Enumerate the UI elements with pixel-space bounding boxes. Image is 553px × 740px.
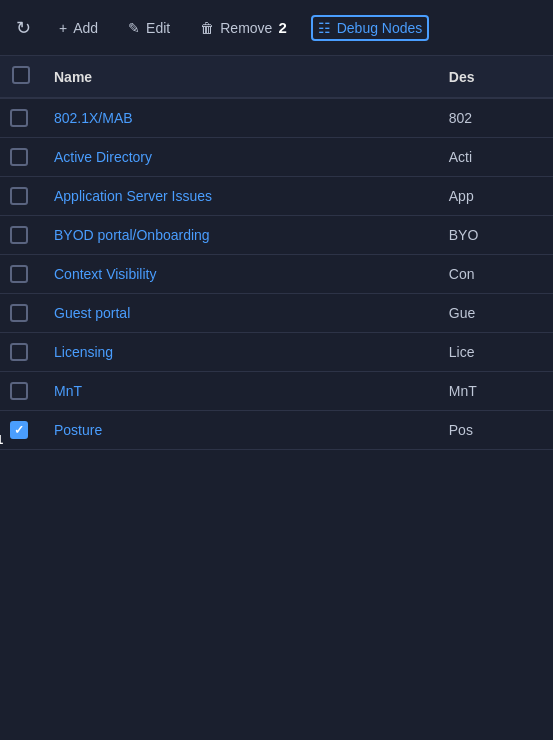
row-checkbox-cell bbox=[0, 294, 42, 333]
table-row: BYOD portal/OnboardingBYO bbox=[0, 216, 553, 255]
debug-nodes-icon: ☷ bbox=[318, 20, 331, 36]
row-name[interactable]: Posture bbox=[42, 411, 437, 450]
nodes-table: Name Des 802.1X/MAB802Active DirectoryAc… bbox=[0, 56, 553, 450]
table-body: 802.1X/MAB802Active DirectoryActiApplica… bbox=[0, 98, 553, 450]
row-name[interactable]: BYOD portal/Onboarding bbox=[42, 216, 437, 255]
trash-icon: 🗑 bbox=[200, 20, 214, 36]
row-description: Con bbox=[437, 255, 553, 294]
row-description: Pos bbox=[437, 411, 553, 450]
row-checkbox-cell bbox=[0, 138, 42, 177]
row-description: MnT bbox=[437, 372, 553, 411]
row-checkbox-cell bbox=[0, 333, 42, 372]
row-checkbox[interactable] bbox=[10, 421, 28, 439]
row-checkbox[interactable] bbox=[10, 265, 28, 283]
row-name[interactable]: Active Directory bbox=[42, 138, 437, 177]
edit-label: Edit bbox=[146, 20, 170, 36]
row-name[interactable]: 802.1X/MAB bbox=[42, 98, 437, 138]
refresh-icon: ↻ bbox=[16, 18, 31, 38]
edit-icon: ✎ bbox=[128, 20, 140, 36]
remove-label: Remove bbox=[220, 20, 272, 36]
table-header-row: Name Des bbox=[0, 56, 553, 98]
header-checkbox[interactable] bbox=[12, 66, 30, 84]
table-row: 802.1X/MAB802 bbox=[0, 98, 553, 138]
table-row: Application Server IssuesApp bbox=[0, 177, 553, 216]
edit-button[interactable]: ✎ Edit bbox=[122, 16, 176, 40]
remove-button[interactable]: 🗑 Remove 2 bbox=[194, 15, 292, 40]
row-checkbox[interactable] bbox=[10, 187, 28, 205]
row-checkbox-cell bbox=[0, 98, 42, 138]
remove-count-badge: 2 bbox=[278, 19, 286, 36]
table-row: MnTMnT bbox=[0, 372, 553, 411]
row-checkbox-cell bbox=[0, 372, 42, 411]
row-checkbox[interactable] bbox=[10, 226, 28, 244]
table-row: 1PosturePos bbox=[0, 411, 553, 450]
row-description: Lice bbox=[437, 333, 553, 372]
header-checkbox-cell bbox=[0, 56, 42, 98]
add-button[interactable]: + Add bbox=[53, 16, 104, 40]
debug-nodes-button[interactable]: ☷ Debug Nodes bbox=[311, 15, 430, 41]
row-checkbox[interactable] bbox=[10, 109, 28, 127]
row-name[interactable]: Licensing bbox=[42, 333, 437, 372]
row-description: Gue bbox=[437, 294, 553, 333]
row-name[interactable]: Context Visibility bbox=[42, 255, 437, 294]
row-description: App bbox=[437, 177, 553, 216]
row-checkbox[interactable] bbox=[10, 343, 28, 361]
add-icon: + bbox=[59, 20, 67, 36]
table-container: Name Des 802.1X/MAB802Active DirectoryAc… bbox=[0, 56, 553, 740]
row-name[interactable]: Application Server Issues bbox=[42, 177, 437, 216]
table-row: Active DirectoryActi bbox=[0, 138, 553, 177]
row-checkbox[interactable] bbox=[10, 148, 28, 166]
header-des: Des bbox=[437, 56, 553, 98]
row-checkbox[interactable] bbox=[10, 382, 28, 400]
row-description: Acti bbox=[437, 138, 553, 177]
row-checkbox-cell bbox=[0, 177, 42, 216]
refresh-button[interactable]: ↻ bbox=[12, 13, 35, 43]
row-name[interactable]: Guest portal bbox=[42, 294, 437, 333]
toolbar: ↻ + Add ✎ Edit 🗑 Remove 2 ☷ Debug Nodes bbox=[0, 0, 553, 56]
table-row: Context VisibilityCon bbox=[0, 255, 553, 294]
row-checkbox-cell bbox=[0, 255, 42, 294]
row-number-badge: 1 bbox=[0, 432, 3, 447]
row-checkbox[interactable] bbox=[10, 304, 28, 322]
add-label: Add bbox=[73, 20, 98, 36]
row-description: 802 bbox=[437, 98, 553, 138]
header-name: Name bbox=[42, 56, 437, 98]
row-description: BYO bbox=[437, 216, 553, 255]
table-row: Guest portalGue bbox=[0, 294, 553, 333]
row-checkbox-cell: 1 bbox=[0, 411, 42, 450]
row-name[interactable]: MnT bbox=[42, 372, 437, 411]
row-checkbox-cell bbox=[0, 216, 42, 255]
debug-nodes-label: Debug Nodes bbox=[337, 20, 423, 36]
table-row: LicensingLice bbox=[0, 333, 553, 372]
